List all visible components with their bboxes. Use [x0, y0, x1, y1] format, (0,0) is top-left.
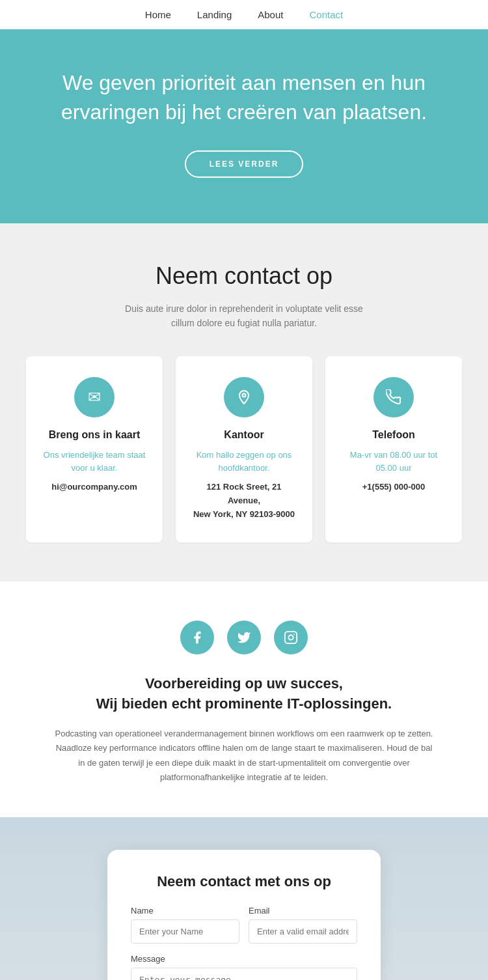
twitter-icon[interactable]: [227, 621, 261, 654]
hero-section: We geven prioriteit aan mensen en hun er…: [0, 29, 488, 223]
phone-icon: [373, 377, 414, 417]
form-name-email-row: Name Email: [131, 906, 357, 944]
social-section: Voorbereiding op uw succes,Wij bieden ec…: [0, 581, 488, 817]
card-email-info: hi@ourcompany.com: [42, 481, 147, 494]
card-office-desc: Kom hallo zeggen op ons hoofdkantoor.: [191, 449, 297, 474]
card-phone: Telefoon Ma-vr van 08.00 uur tot 05.00 u…: [325, 356, 462, 542]
card-office-title: Kantoor: [191, 429, 297, 441]
nav-home[interactable]: Home: [145, 9, 171, 20]
location-icon: [224, 377, 264, 417]
social-title: Voorbereiding op uw succes,Wij bieden ec…: [52, 674, 436, 714]
form-card: Neem contact met ons op Name Email Messa…: [107, 850, 381, 980]
social-body: Podcasting van operationeel verandermana…: [52, 727, 436, 784]
facebook-icon[interactable]: [180, 621, 214, 654]
contact-title: Neem contact op: [26, 262, 462, 290]
form-title: Neem contact met ons op: [131, 873, 357, 890]
card-email-desc: Ons vriendelijke team staat voor u klaar…: [42, 449, 147, 474]
form-email-group: Email: [249, 906, 357, 944]
form-section: Neem contact met ons op Name Email Messa…: [0, 817, 488, 980]
message-input[interactable]: [131, 968, 357, 980]
email-label: Email: [249, 906, 357, 916]
message-label: Message: [131, 954, 357, 964]
card-phone-title: Telefoon: [341, 429, 446, 441]
form-name-group: Name: [131, 906, 239, 944]
navigation: Home Landing About Contact: [0, 0, 488, 29]
email-icon: ✉: [74, 377, 115, 417]
nav-about[interactable]: About: [258, 9, 283, 20]
nav-contact[interactable]: Contact: [309, 9, 343, 20]
name-label: Name: [131, 906, 239, 916]
svg-rect-1: [285, 632, 297, 643]
instagram-icon[interactable]: [274, 621, 308, 654]
social-icons-container: [52, 621, 436, 654]
card-office-info: 121 Rock Sreet, 21 Avenue,New York, NY 9…: [191, 481, 297, 521]
form-message-group: Message: [131, 954, 357, 980]
email-input[interactable]: [249, 919, 357, 944]
card-office: Kantoor Kom hallo zeggen op ons hoofdkan…: [176, 356, 312, 542]
hero-button[interactable]: LEES VERDER: [185, 150, 304, 178]
card-phone-info: +1(555) 000-000: [341, 481, 446, 494]
svg-point-0: [243, 394, 246, 397]
nav-landing[interactable]: Landing: [197, 9, 232, 20]
hero-title: We geven prioriteit aan mensen en hun er…: [52, 68, 436, 127]
name-input[interactable]: [131, 919, 239, 944]
cards-container: ✉ Breng ons in kaart Ons vriendelijke te…: [26, 356, 462, 542]
card-email-title: Breng ons in kaart: [42, 429, 147, 441]
contact-cards-section: Neem contact op Duis aute irure dolor in…: [0, 223, 488, 581]
card-phone-desc: Ma-vr van 08.00 uur tot 05.00 uur: [341, 449, 446, 474]
card-email: ✉ Breng ons in kaart Ons vriendelijke te…: [26, 356, 163, 542]
contact-subtitle: Duis aute irure dolor in reprehenderit i…: [26, 301, 462, 331]
